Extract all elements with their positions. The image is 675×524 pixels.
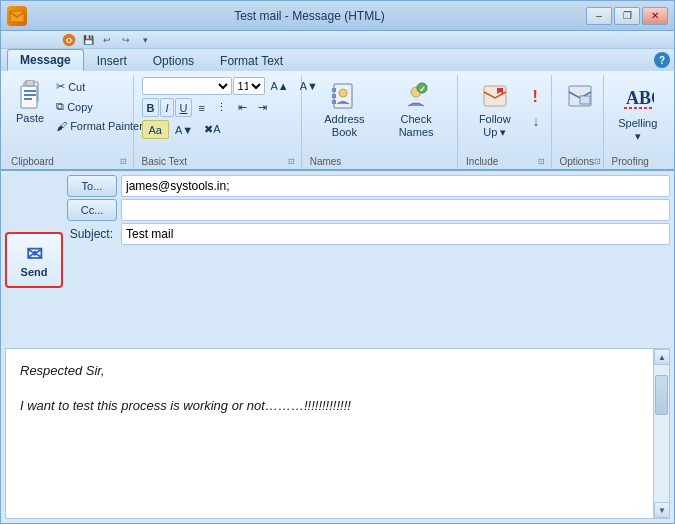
cc-button[interactable]: Cc... xyxy=(67,199,117,221)
svg-rect-4 xyxy=(21,86,37,108)
scroll-up-button[interactable]: ▲ xyxy=(654,349,670,365)
svg-text:O: O xyxy=(66,36,72,45)
clear-format-button[interactable]: ✖A xyxy=(199,120,225,139)
options-expand[interactable]: ⊡ xyxy=(594,157,601,166)
close-button[interactable]: ✕ xyxy=(642,7,668,25)
to-button[interactable]: To... xyxy=(67,175,117,197)
tab-options[interactable]: Options xyxy=(140,50,207,71)
bold-button[interactable]: B xyxy=(142,98,160,117)
address-book-label: Address Book xyxy=(317,113,372,139)
bullets-button[interactable]: ≡ xyxy=(193,98,209,117)
options-label-row: Options ⊡ xyxy=(560,154,597,169)
app-icon xyxy=(7,6,27,26)
svg-rect-12 xyxy=(332,100,336,104)
clipboard-expand[interactable]: ⊡ xyxy=(120,157,127,166)
high-importance-button[interactable]: ! xyxy=(528,85,545,109)
numbering-button[interactable]: ⋮ xyxy=(211,98,232,117)
svg-rect-8 xyxy=(24,98,32,100)
check-names-button[interactable]: ✓ Check Names xyxy=(381,77,451,147)
redo-button[interactable]: ↪ xyxy=(118,33,134,47)
check-names-label: Check Names xyxy=(388,113,444,139)
styles-button[interactable]: Aa xyxy=(142,120,169,139)
clipboard-secondary: ✂ Cut ⧉ Copy 🖌 Format Painter xyxy=(51,77,148,135)
underline-button[interactable]: U xyxy=(175,98,193,117)
svg-point-13 xyxy=(339,89,347,97)
svg-text:✓: ✓ xyxy=(419,85,426,94)
minimize-button[interactable]: – xyxy=(586,7,612,25)
tab-message[interactable]: Message xyxy=(7,49,84,71)
include-group-content: Follow Up ▾ ! ↓ xyxy=(466,77,544,154)
high-importance-icon: ! xyxy=(533,88,538,106)
cc-input[interactable] xyxy=(121,199,670,221)
to-input[interactable] xyxy=(121,175,670,197)
scroll-thumb[interactable] xyxy=(655,375,668,415)
names-group-content: Address Book ✓ Check Names xyxy=(310,77,451,154)
message-container: Respected Sir, I want to test this proce… xyxy=(5,348,670,519)
subject-row: Subject: xyxy=(67,223,670,245)
tab-insert[interactable]: Insert xyxy=(84,50,140,71)
svg-rect-20 xyxy=(580,96,590,104)
include-expand[interactable]: ⊡ xyxy=(538,157,545,166)
decrease-indent-button[interactable]: ⇤ xyxy=(233,98,252,117)
cut-button[interactable]: ✂ Cut xyxy=(51,77,148,96)
send-button[interactable]: ✉ Send xyxy=(5,232,63,288)
increase-indent-button[interactable]: ⇥ xyxy=(253,98,272,117)
importance-buttons: ! ↓ xyxy=(528,85,545,132)
copy-button[interactable]: ⧉ Copy xyxy=(51,97,148,116)
message-scrollbar: ▲ ▼ xyxy=(653,349,669,518)
italic-button[interactable]: I xyxy=(160,98,173,117)
send-label: Send xyxy=(21,266,48,278)
low-importance-button[interactable]: ↓ xyxy=(528,110,545,132)
basic-text-label: Basic Text xyxy=(142,154,187,169)
proofing-label-row: Proofing xyxy=(612,154,664,169)
format-painter-button[interactable]: 🖌 Format Painter xyxy=(51,117,148,135)
include-label: Include xyxy=(466,154,498,169)
window-title: Test mail - Message (HTML) xyxy=(33,9,586,23)
quick-access-toolbar: O 💾 ↩ ↪ ▾ xyxy=(1,31,674,49)
spelling-button[interactable]: ABC Spelling ▾ xyxy=(612,77,664,148)
svg-text:ABC: ABC xyxy=(626,88,654,108)
proofing-label: Proofing xyxy=(612,154,649,169)
basic-text-expand[interactable]: ⊡ xyxy=(288,157,295,166)
send-icon: ✉ xyxy=(26,242,43,266)
low-importance-icon: ↓ xyxy=(533,113,540,129)
font-family-select[interactable] xyxy=(142,77,232,95)
save-button[interactable]: 💾 xyxy=(80,33,96,47)
to-row: To... xyxy=(67,175,670,197)
ribbon: Paste ✂ Cut ⧉ Copy 🖌 Format Painter xyxy=(1,71,674,171)
options-main-button[interactable] xyxy=(560,77,600,147)
quick-access-dropdown[interactable]: ▾ xyxy=(137,33,153,47)
spelling-label: Spelling ▾ xyxy=(618,117,657,143)
follow-up-button[interactable]: Follow Up ▾ xyxy=(466,77,523,147)
paste-label: Paste xyxy=(16,112,44,124)
undo-button[interactable]: ↩ xyxy=(99,33,115,47)
office-button[interactable]: O xyxy=(61,33,77,47)
tab-format-text[interactable]: Format Text xyxy=(207,50,296,71)
restore-button[interactable]: ❐ xyxy=(614,7,640,25)
names-label: Names xyxy=(310,154,342,169)
scroll-track xyxy=(654,365,669,502)
basic-text-content: 11 A▲ A▼ B I U ≡ ⋮ ⇤ ⇥ Aa A▼ ✖A xyxy=(142,77,295,154)
fields-panel: To... Cc... Subject: xyxy=(67,175,670,344)
grow-font-button[interactable]: A▲ xyxy=(266,77,294,95)
names-group: Address Book ✓ Check Names Names xyxy=(304,75,458,169)
copy-icon: ⧉ xyxy=(56,100,64,113)
basic-text-label-row: Basic Text ⊡ xyxy=(142,154,295,169)
font-color-button[interactable]: A▼ xyxy=(170,120,198,139)
svg-rect-10 xyxy=(332,88,336,92)
subject-label: Subject: xyxy=(67,227,117,241)
paste-button[interactable]: Paste xyxy=(11,77,49,127)
font-size-select[interactable]: 11 xyxy=(233,77,265,95)
message-body[interactable]: Respected Sir, I want to test this proce… xyxy=(6,349,653,518)
scroll-down-button[interactable]: ▼ xyxy=(654,502,670,518)
subject-input[interactable] xyxy=(121,223,670,245)
address-book-button[interactable]: Address Book xyxy=(310,77,379,147)
clipboard-group-content: Paste ✂ Cut ⧉ Copy 🖌 Format Painter xyxy=(11,77,127,154)
proofing-group: ABC Spelling ▾ Proofing xyxy=(606,75,670,169)
format-painter-icon: 🖌 xyxy=(56,120,67,132)
proofing-group-content: ABC Spelling ▾ xyxy=(612,77,664,154)
send-panel: ✉ Send xyxy=(5,175,63,344)
include-label-row: Include ⊡ xyxy=(466,154,544,169)
help-button[interactable]: ? xyxy=(654,52,670,68)
options-label: Options xyxy=(560,154,594,169)
